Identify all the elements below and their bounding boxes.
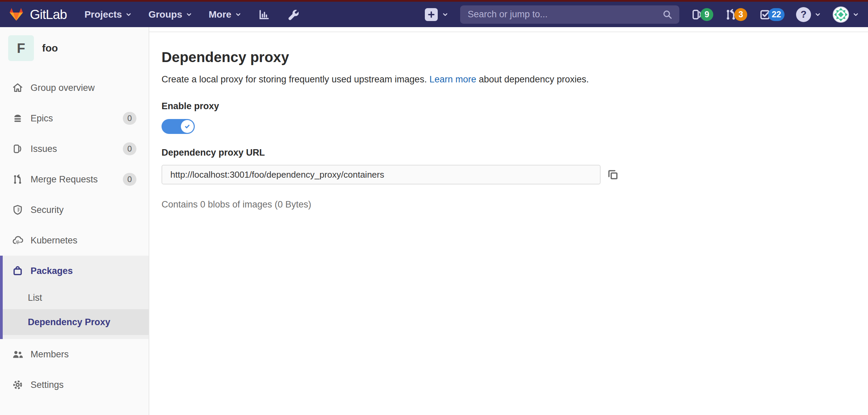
- merge-requests-count-badge: 3: [734, 8, 747, 21]
- search-input[interactable]: [467, 9, 662, 20]
- chevron-down-icon: [442, 11, 449, 18]
- users-icon: [12, 349, 23, 360]
- group-name: foo: [42, 42, 58, 54]
- blobs-summary: Contains 0 blobs of images (0 Bytes): [162, 199, 854, 210]
- dependency-proxy-page: Dependency proxy Create a local proxy fo…: [149, 49, 868, 210]
- chevron-down-icon: [125, 11, 132, 18]
- plus-icon: [425, 8, 438, 21]
- home-icon: [12, 82, 23, 93]
- issues-count-badge: 0: [123, 142, 136, 155]
- chevron-down-icon: [235, 11, 242, 18]
- navbar-right-cluster: 9 3 22: [425, 5, 859, 24]
- admin-area-button[interactable]: [286, 8, 299, 21]
- issues-count-badge: 9: [700, 8, 713, 21]
- nav-groups-label: Groups: [148, 9, 182, 20]
- search-icon: [662, 9, 673, 20]
- bar-chart-icon: [258, 8, 270, 21]
- sidebar-item-label: Members: [31, 349, 69, 360]
- sidebar-item-label: Packages: [31, 266, 73, 276]
- toggle-knob: [181, 120, 194, 133]
- todos-count-badge: 22: [768, 8, 785, 21]
- epic-icon: [12, 113, 23, 124]
- analytics-nav-button[interactable]: [258, 8, 270, 21]
- main-content: foo › Dependency Proxy Dependency proxy …: [149, 0, 868, 210]
- merge-requests-count-badge: 0: [123, 173, 136, 186]
- merge-requests-counter[interactable]: 3: [725, 8, 747, 21]
- epics-count-badge: 0: [123, 112, 136, 125]
- wrench-icon: [286, 8, 299, 21]
- sidebar-item-members[interactable]: Members: [0, 339, 149, 370]
- new-menu-button[interactable]: [425, 8, 449, 21]
- sidebar-nav: Group overview Epics 0: [0, 73, 149, 400]
- gitlab-tanuki-icon: [9, 7, 24, 22]
- url-field-row: [162, 165, 854, 184]
- dependency-proxy-url-input[interactable]: [162, 165, 601, 184]
- chevron-down-icon: [852, 11, 859, 18]
- primary-nav: Projects Groups More: [84, 9, 242, 20]
- learn-more-link[interactable]: Learn more: [429, 74, 476, 84]
- check-icon: [183, 122, 191, 131]
- copy-url-button[interactable]: [606, 168, 620, 181]
- gitlab-app: GitLab Projects Groups More: [0, 0, 868, 415]
- sidebar-item-label: Merge Requests: [31, 174, 98, 185]
- sidebar-item-label: Issues: [31, 144, 57, 154]
- breadcrumb-divider: [149, 32, 868, 32]
- description-text: about dependency proxies.: [476, 74, 589, 84]
- issues-counter[interactable]: 9: [691, 8, 713, 21]
- sidebar-item-kubernetes[interactable]: Kubernetes: [0, 225, 149, 256]
- top-navbar: GitLab Projects Groups More: [0, 2, 868, 27]
- nav-groups[interactable]: Groups: [148, 9, 192, 20]
- global-search: [460, 5, 679, 24]
- merge-request-icon: [12, 174, 23, 185]
- sidebar-item-label: Epics: [31, 113, 53, 124]
- nav-more-label: More: [209, 9, 231, 20]
- sidebar-item-settings[interactable]: Settings: [0, 370, 149, 400]
- chevron-down-icon: [814, 11, 821, 18]
- chevron-down-icon: [186, 11, 192, 18]
- group-header-link[interactable]: F foo: [0, 27, 149, 69]
- nav-projects-label: Projects: [84, 9, 122, 20]
- sidebar-subitem-packages-list[interactable]: List: [3, 286, 149, 309]
- sidebar-item-label: Kubernetes: [31, 235, 77, 246]
- enable-proxy-label: Enable proxy: [162, 101, 854, 112]
- enable-proxy-toggle[interactable]: [162, 119, 195, 134]
- sidebar-item-group-overview[interactable]: Group overview: [0, 73, 149, 103]
- copy-icon: [607, 169, 619, 181]
- description-text: Create a local proxy for storing frequen…: [162, 74, 429, 84]
- issues-icon: [12, 143, 23, 154]
- sidebar-subitem-label: Dependency Proxy: [28, 317, 110, 328]
- shield-icon: [12, 204, 23, 215]
- sidebar-item-label: Security: [31, 205, 64, 215]
- package-icon: [12, 265, 23, 276]
- sidebar-subitem-label: List: [28, 293, 42, 303]
- user-avatar: [833, 6, 849, 23]
- nav-more[interactable]: More: [209, 9, 242, 20]
- group-sidebar: F foo Group overview Epics 0: [0, 27, 149, 415]
- user-menu-button[interactable]: [833, 6, 859, 23]
- todos-counter[interactable]: 22: [759, 8, 785, 21]
- question-mark-icon: ?: [796, 7, 811, 22]
- cloud-gear-icon: [12, 235, 23, 246]
- gitlab-logo-link[interactable]: GitLab: [9, 7, 67, 22]
- sidebar-item-packages[interactable]: Packages: [3, 256, 149, 286]
- sidebar-item-label: Group overview: [31, 83, 95, 93]
- dependency-proxy-url-label: Dependency proxy URL: [162, 147, 854, 158]
- sidebar-subitem-dependency-proxy[interactable]: Dependency Proxy: [3, 309, 149, 335]
- sidebar-item-epics[interactable]: Epics 0: [0, 103, 149, 134]
- sidebar-item-merge-requests[interactable]: Merge Requests 0: [0, 164, 149, 195]
- sidebar-item-issues[interactable]: Issues 0: [0, 134, 149, 164]
- gear-icon: [12, 379, 23, 390]
- group-avatar: F: [8, 35, 34, 61]
- gitlab-wordmark: GitLab: [30, 7, 67, 22]
- packages-section: Packages List Dependency Proxy: [0, 256, 149, 339]
- nav-projects[interactable]: Projects: [84, 9, 132, 20]
- page-title: Dependency proxy: [162, 49, 854, 65]
- help-menu-button[interactable]: ?: [796, 7, 821, 22]
- page-description: Create a local proxy for storing frequen…: [162, 74, 854, 85]
- sidebar-item-label: Settings: [31, 380, 64, 390]
- sidebar-item-security[interactable]: Security: [0, 195, 149, 225]
